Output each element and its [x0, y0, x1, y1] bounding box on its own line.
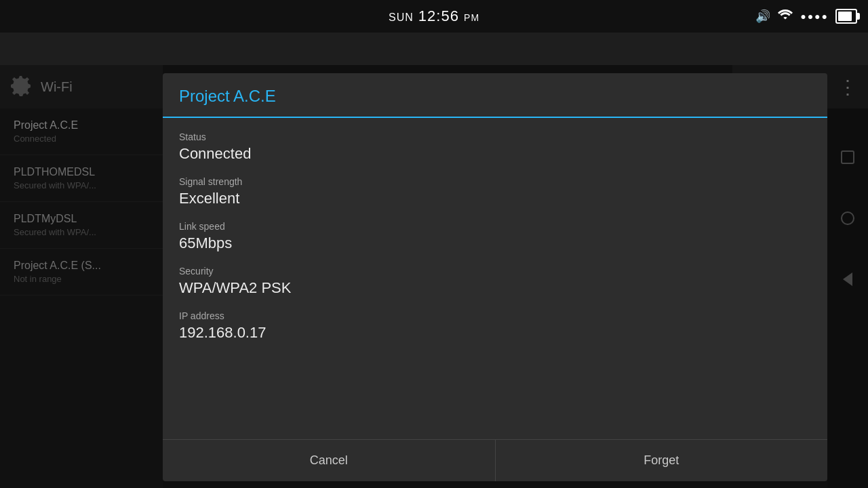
wifi-detail-dialog: Project A.C.E Status Connected Signal st… [163, 73, 827, 481]
security-value: WPA/WPA2 PSK [179, 279, 811, 297]
status-time: SUN 12:56 PM [389, 7, 479, 25]
dialog-content: Status Connected Signal strength Excelle… [163, 118, 827, 439]
signal-label: Signal strength [179, 176, 811, 187]
time-display: 12:56 [418, 7, 459, 24]
cancel-button[interactable]: Cancel [163, 440, 496, 481]
status-label: Status [179, 131, 811, 142]
wifi-status-icon [777, 8, 793, 25]
ipaddress-label: IP address [179, 310, 811, 321]
status-icons: 🔊 ●●●● [755, 0, 857, 33]
forget-button[interactable]: Forget [496, 440, 828, 481]
linkspeed-value: 65Mbps [179, 235, 811, 252]
security-label: Security [179, 266, 811, 277]
dialog-actions: Cancel Forget [163, 439, 827, 481]
signal-dots-icon: ●●●● [800, 11, 829, 22]
battery-icon [835, 9, 857, 24]
day-label: SUN [389, 12, 414, 23]
speaker-icon: 🔊 [755, 9, 770, 24]
status-value: Connected [179, 145, 811, 163]
dialog-title: Project A.C.E [179, 87, 811, 117]
ampm-label: PM [464, 12, 479, 23]
dialog-title-bar: Project A.C.E [163, 73, 827, 117]
status-bar: SUN 12:56 PM 🔊 ●●●● [0, 0, 868, 33]
linkspeed-label: Link speed [179, 221, 811, 232]
main-background: Wi-Fi + ⋮ Project A.C.E Connected PLDTHO… [0, 33, 868, 488]
ipaddress-value: 192.168.0.17 [179, 324, 811, 342]
signal-value: Excellent [179, 190, 811, 207]
